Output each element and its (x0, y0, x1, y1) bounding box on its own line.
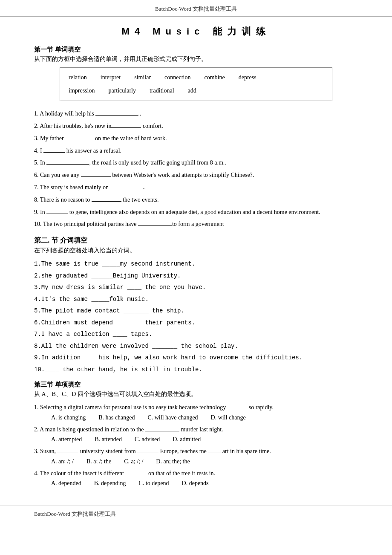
q3-3-optB: B. a; /; the (86, 458, 111, 465)
q3-1-optC: C. will have changed (147, 414, 198, 421)
word-2: interpret (101, 72, 121, 84)
q1-3: 3. My father on me the value of hard wor… (34, 133, 358, 144)
main-title: M4 Music 能力训练 (34, 25, 358, 38)
q1-1: 1. A holiday will help his .. (34, 109, 358, 119)
q3-2-optB: B. attended (95, 436, 122, 443)
footer-text: BatchDoc-Word 文档批量处理工具 (34, 511, 116, 517)
word-4: connection (164, 72, 190, 84)
q2-8: 8.All the children were involved _______… (34, 341, 358, 352)
q3-4-options: A. depended B. depending C. to depend D.… (51, 480, 358, 487)
word-7: impression (69, 85, 95, 97)
q2-4: 4.It's the same _____folk music. (34, 294, 358, 305)
q3-2-optA: A. attempted (51, 436, 82, 443)
word-6: depress (239, 72, 257, 84)
section2-title: 第二. 节 介词填空 (34, 236, 358, 245)
q3-4: 4. The colour of the insect is different… (34, 468, 358, 479)
section3-subtitle: 从 A、B、C、D 四个选项中选出可以填入空白处的最佳选项。 (34, 390, 358, 398)
q2-6: 6.Children must depend _______ their par… (34, 318, 358, 328)
q2-3: 3.My new dress is similar ____ the one y… (34, 282, 358, 293)
q3-1-options: A. is changing B. has changed C. will ha… (51, 414, 358, 421)
q1-8: 8. There is no reason to the two events. (34, 195, 358, 205)
q3-2-optD: D. admitted (173, 436, 201, 443)
q1-2: 2. After his troubles, he's now in comfo… (34, 121, 358, 131)
q3-3-optD: D. an; the; the (156, 458, 190, 465)
q3-2: 2. A man is being questioned in relation… (34, 425, 358, 435)
q1-10: 10. The two principal political parties … (34, 219, 358, 229)
word-3: similar (134, 72, 151, 84)
q3-3-options: A. an; /; / B. a; /; the C. a; /; / D. a… (51, 458, 358, 465)
section1-title: 第一节 单词填空 (34, 46, 358, 54)
q3-1-optD: D. will change (211, 414, 246, 421)
page-content: M4 Music 能力训练 第一节 单词填空 从下面的方框中选择合适的单词，并用… (0, 17, 392, 497)
q3-3: 3. Susan, university student from Europe… (34, 446, 358, 457)
q2-7: 7.I have a collection ____ tapes. (34, 329, 358, 340)
q3-4-optC: C. to depend (138, 480, 169, 487)
footer-bar: BatchDoc-Word 文档批量处理工具 (0, 506, 392, 522)
section2-questions: 1.The same is true _____my second instru… (34, 259, 358, 375)
q3-1: 1. Selecting a digital camera for person… (34, 402, 358, 413)
q1-4: 4. I his answer as a refusal. (34, 146, 358, 156)
q1-7: 7. The story is based mainly on.. (34, 182, 358, 193)
section2-subtitle: 在下列各题的空格处填入恰当的介词。 (34, 247, 358, 254)
q1-9: 9. In to gene, intelligence also depends… (34, 207, 358, 217)
word-9: traditional (150, 85, 174, 97)
q1-6: 6. Can you see any between Webster's wor… (34, 170, 358, 180)
q3-3-optA: A. an; /; / (51, 458, 74, 465)
q1-5: 5. In , the road is only used by traffic… (34, 158, 358, 168)
section1-questions: 1. A holiday will help his .. 2. After h… (34, 109, 358, 229)
header-bar: BatchDoc-Word 文档批量处理工具 (0, 0, 392, 17)
q3-2-optC: C. advised (135, 436, 160, 443)
word-5: combine (205, 72, 225, 84)
word-box: relation interpret similar connection co… (60, 67, 332, 101)
q3-1-optB: B. has changed (98, 414, 135, 421)
q3-4-optD: D. depends (182, 480, 209, 487)
section3-title: 第三节 单项填空 (34, 381, 358, 389)
q3-2-options: A. attempted B. attended C. advised D. a… (51, 436, 358, 443)
q3-4-optA: A. depended (51, 480, 81, 487)
word-10: add (188, 85, 196, 97)
word-8: particularly (108, 85, 136, 97)
q2-2: 2.she graduated ______Beijing University… (34, 271, 358, 281)
word-box-row1: relation interpret similar connection co… (69, 72, 323, 84)
q2-1: 1.The same is true _____my second instru… (34, 259, 358, 269)
q2-10: 10.____ the other hand, he is still in t… (34, 364, 358, 375)
q3-3-optC: C. a; /; / (124, 458, 143, 465)
section1-subtitle: 从下面的方框中选择合适的单词，并用其正确形式完成下列句子。 (34, 55, 358, 63)
word-1: relation (69, 72, 87, 84)
section3-questions: 1. Selecting a digital camera for person… (34, 402, 358, 487)
q3-1-optA: A. is changing (51, 414, 86, 421)
q2-9: 9.In addition ____his help, we also work… (34, 353, 358, 363)
header-text: BatchDoc-Word 文档批量处理工具 (155, 6, 237, 12)
word-box-row2: impression particularly traditional add (69, 85, 323, 97)
q2-5: 5.The pilot made contact _______ the shi… (34, 306, 358, 316)
q3-4-optB: B. depending (94, 480, 126, 487)
